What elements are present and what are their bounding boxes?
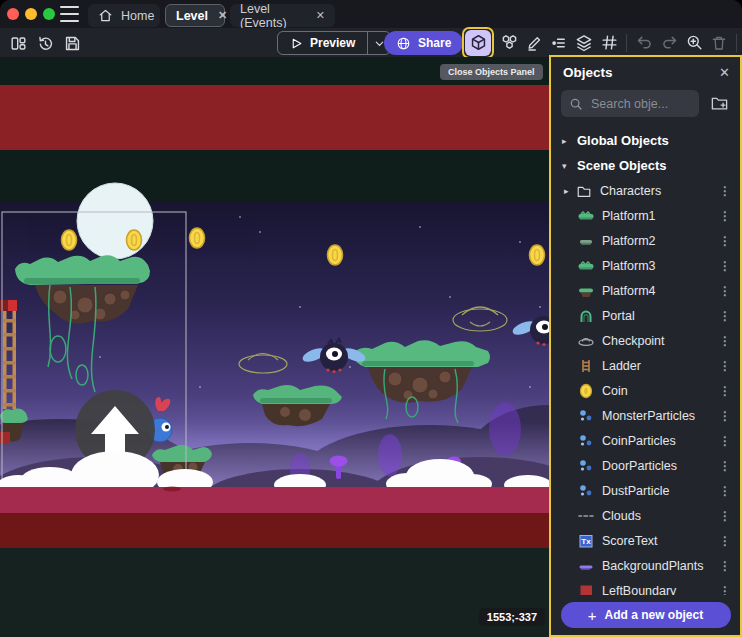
object-row-monsterparticles[interactable]: MonsterParticles⋮	[551, 403, 740, 428]
tab-level[interactable]: Level ✕	[165, 4, 225, 27]
bottom-band-raspberry[interactable]	[0, 487, 551, 513]
panel-title: Objects	[563, 65, 613, 80]
object-row-checkpoint[interactable]: Checkpoint⋮	[551, 328, 740, 353]
chevron-down-icon[interactable]: ▾	[562, 161, 570, 171]
scene	[0, 57, 551, 637]
instances-list-icon[interactable]	[547, 31, 571, 55]
object-row-dustparticle[interactable]: DustParticle⋮	[551, 478, 740, 503]
coin	[190, 228, 205, 248]
object-groups-icon[interactable]	[497, 31, 521, 55]
object-row-leftboundary[interactable]: LeftBoundary⋮	[551, 578, 740, 595]
object-label: BackgroundPlants	[602, 559, 703, 573]
gdevelop-window: Home Level ✕ Level (Events) ✕ Pr	[0, 0, 742, 637]
maximize-window-button[interactable]	[43, 8, 55, 20]
kebab-menu-icon[interactable]: ⋮	[719, 359, 731, 373]
share-button[interactable]: Share	[384, 31, 463, 55]
object-label: Platform3	[602, 259, 656, 273]
close-tab-icon[interactable]: ✕	[316, 9, 325, 22]
kebab-menu-icon[interactable]: ⋮	[719, 184, 731, 198]
objects-panel-icon[interactable]	[465, 30, 491, 56]
object-label: Portal	[602, 309, 635, 323]
object-row-coin[interactable]: Coin⋮	[551, 378, 740, 403]
kebab-menu-icon[interactable]: ⋮	[719, 309, 731, 323]
object-row-platform3[interactable]: Platform3⋮	[551, 253, 740, 278]
object-row-scoretext[interactable]: TxScoreText⋮	[551, 528, 740, 553]
tab-level-events[interactable]: Level (Events) ✕	[230, 4, 335, 27]
minimize-window-button[interactable]	[25, 8, 37, 20]
add-new-object-button[interactable]: + Add a new object	[561, 602, 731, 628]
kebab-menu-icon[interactable]: ⋮	[719, 534, 731, 548]
object-row-doorparticles[interactable]: DoorParticles⋮	[551, 453, 740, 478]
separator	[626, 34, 627, 52]
chevron-right-icon[interactable]: ▸	[564, 186, 575, 196]
search-icon	[569, 97, 583, 111]
boundary-icon	[577, 582, 595, 596]
object-label: Ladder	[602, 359, 641, 373]
toolbar: Preview Share	[0, 28, 742, 57]
kebab-menu-icon[interactable]: ⋮	[719, 209, 731, 223]
object-row-platform4[interactable]: Platform4⋮	[551, 278, 740, 303]
menu-icon[interactable]	[60, 6, 79, 22]
object-label: LeftBoundary	[602, 584, 676, 596]
close-window-button[interactable]	[7, 8, 19, 20]
kebab-menu-icon[interactable]: ⋮	[719, 409, 731, 423]
trash-icon[interactable]	[707, 31, 731, 55]
plants-icon	[577, 557, 595, 575]
globe-icon	[396, 36, 411, 51]
kebab-menu-icon[interactable]: ⋮	[719, 334, 731, 348]
panels-layout-icon[interactable]	[6, 31, 30, 55]
title-bar: Home Level ✕ Level (Events) ✕	[0, 0, 742, 28]
kebab-menu-icon[interactable]: ⋮	[719, 484, 731, 498]
layers-icon[interactable]	[572, 31, 596, 55]
add-folder-icon[interactable]	[706, 91, 732, 117]
object-row-backgroundplants[interactable]: BackgroundPlants⋮	[551, 553, 740, 578]
edit-pencil-icon[interactable]	[522, 31, 546, 55]
kebab-menu-icon[interactable]: ⋮	[719, 259, 731, 273]
kebab-menu-icon[interactable]: ⋮	[719, 509, 731, 523]
close-tab-icon[interactable]: ✕	[218, 9, 227, 22]
coin-icon	[577, 382, 595, 400]
undo-icon[interactable]	[632, 31, 656, 55]
svg-text:Tx: Tx	[581, 537, 591, 546]
top-boundary-band[interactable]	[0, 85, 551, 150]
chevron-right-icon[interactable]: ▸	[562, 136, 570, 146]
search-objects-input[interactable]	[561, 90, 699, 117]
object-row-platform2[interactable]: Platform2⋮	[551, 228, 740, 253]
object-row-portal[interactable]: Portal⋮	[551, 303, 740, 328]
preview-split-button: Preview	[277, 31, 391, 55]
preview-button[interactable]: Preview	[278, 32, 368, 54]
history-icon[interactable]	[33, 31, 57, 55]
kebab-menu-icon[interactable]: ⋮	[719, 384, 731, 398]
kebab-menu-icon[interactable]: ⋮	[719, 434, 731, 448]
object-row-characters[interactable]: ▸Characters⋮	[551, 178, 740, 203]
object-row-coinparticles[interactable]: CoinParticles⋮	[551, 428, 740, 453]
kebab-menu-icon[interactable]: ⋮	[719, 559, 731, 573]
tab-home[interactable]: Home	[88, 4, 160, 27]
object-label: Platform2	[602, 234, 656, 248]
scene-editor-canvas[interactable]: 1553;-337	[0, 57, 551, 637]
object-label: Coin	[602, 384, 628, 398]
section-label: Scene Objects	[577, 158, 667, 173]
search-input[interactable]	[589, 96, 683, 112]
particles-icon	[577, 457, 595, 475]
kebab-menu-icon[interactable]: ⋮	[719, 459, 731, 473]
grid-icon[interactable]	[597, 31, 621, 55]
section-global-objects[interactable]: ▸Global Objects	[551, 128, 740, 153]
close-panel-icon[interactable]: ✕	[719, 65, 730, 80]
object-row-ladder[interactable]: Ladder⋮	[551, 353, 740, 378]
moon[interactable]	[77, 183, 153, 259]
section-scene-objects[interactable]: ▾Scene Objects	[551, 153, 740, 178]
folder-icon	[575, 182, 593, 200]
checkpoint-icon	[577, 332, 595, 350]
bottom-band-dark-red[interactable]	[0, 513, 551, 548]
kebab-menu-icon[interactable]: ⋮	[719, 284, 731, 298]
redo-icon[interactable]	[657, 31, 681, 55]
kebab-menu-icon[interactable]: ⋮	[719, 234, 731, 248]
zoom-in-icon[interactable]	[682, 31, 706, 55]
kebab-menu-icon[interactable]: ⋮	[719, 584, 731, 596]
object-row-platform1[interactable]: Platform1⋮	[551, 203, 740, 228]
object-label: Checkpoint	[602, 334, 665, 348]
object-row-clouds[interactable]: Clouds⋮	[551, 503, 740, 528]
objects-tree: ▸Global Objects▾Scene Objects▸Characters…	[551, 124, 740, 595]
save-icon[interactable]	[60, 31, 84, 55]
